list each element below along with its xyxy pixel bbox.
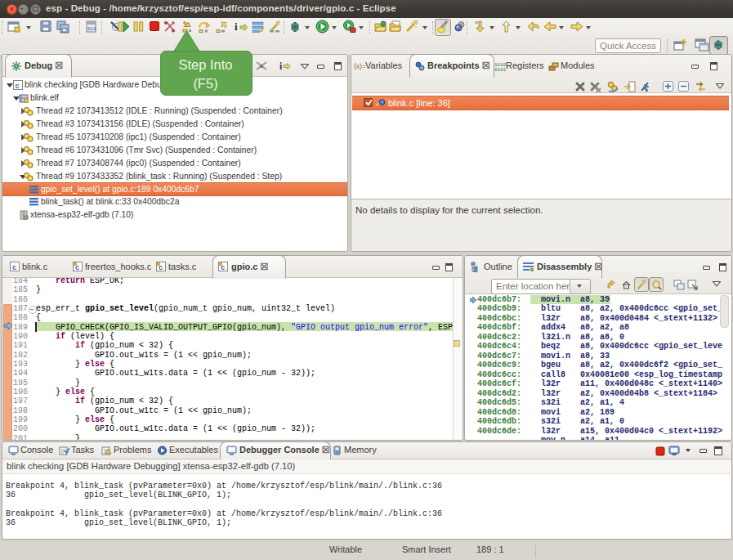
svg-text:c: c [16, 82, 20, 90]
svg-text:i: i [279, 61, 283, 71]
svg-text:c: c [12, 263, 16, 271]
svg-text:(x)=: (x)= [354, 62, 365, 70]
svg-text:010: 010 [87, 26, 96, 32]
svg-text:0101: 0101 [494, 67, 506, 71]
svg-text:i: i [235, 20, 238, 33]
